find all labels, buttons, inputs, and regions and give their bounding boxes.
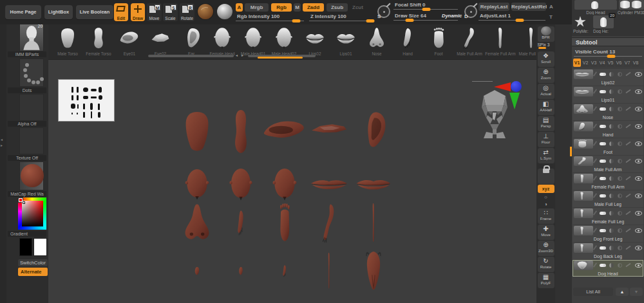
material-thumbnail[interactable] [19,161,44,190]
pair-visibility-icon[interactable] [600,229,606,232]
secondary-color-swatch[interactable] [33,238,47,256]
uv-icon[interactable] [618,107,622,111]
strip-item-male-torso[interactable]: Male Torso [52,24,83,59]
tab-v8[interactable]: V8 [632,59,639,67]
eye-icon[interactable] [635,211,642,216]
shelf-item-aahalf[interactable]: ◧AAHalf [538,100,554,115]
shelf-item-xyz[interactable]: xyz [538,185,554,193]
scale-button[interactable]: S Scale [163,3,178,21]
tab-v7[interactable]: V7 [623,59,631,67]
polypaint-icon[interactable] [609,246,614,250]
replay-last-button[interactable]: ReplayLast [478,3,509,11]
polypaint-icon[interactable] [609,176,614,181]
strip-item-female-torso[interactable]: Female Torso [83,24,114,59]
subtool-row-nose[interactable]: Nose [573,104,643,120]
polypaint-icon[interactable] [609,263,614,268]
subtool-row-female-full-arm[interactable]: Female Full Arm [573,173,643,190]
brush-mini-icon[interactable] [593,106,597,111]
uv-icon[interactable] [618,211,622,216]
brush-mini-icon[interactable] [593,89,597,94]
strip-scrollbar-thumb[interactable] [258,57,303,59]
canvas-part-female-torso[interactable] [227,108,254,154]
lightbox-button[interactable]: LightBox [44,5,73,19]
move-button[interactable]: M Move [147,3,162,21]
subtool-row-female-full-leg[interactable]: Female Full Leg [573,208,643,225]
switch-color-button[interactable]: SwitchColor [18,259,48,266]
strip-scroll-right-icon[interactable]: ▸ [242,53,243,57]
replay-last-rel-button[interactable]: ReplayLastRel [511,3,546,11]
canvas-part-lips02[interactable] [308,174,350,194]
eye-icon[interactable] [635,142,642,146]
pen-icon[interactable] [626,176,632,181]
tab-v3[interactable]: V3 [590,59,598,67]
brush-mini-icon[interactable] [593,158,597,163]
eye-icon[interactable] [635,228,642,233]
brush-mini-icon[interactable] [593,124,597,129]
pen-icon[interactable] [626,211,632,216]
document-canvas[interactable] [48,59,536,303]
shelf-item-spix-3[interactable]: SPix 3 [538,42,554,51]
visible-count-slider[interactable]: Visible Count 13 [574,49,642,57]
strip-item-female-full-arm[interactable]: Female Full Arm [485,24,516,59]
shelf-item-frame[interactable]: ∷Frame [538,208,554,224]
polypaint-icon[interactable] [609,107,614,111]
draw-size-handle[interactable] [406,19,414,22]
strip-item-lips01[interactable]: Lips01 [330,24,361,59]
canvas-part-ear[interactable] [359,110,388,150]
subtool-down-button[interactable]: ▼ [630,288,643,296]
rotate-button[interactable]: R Rotate [180,3,194,21]
uv-icon[interactable] [618,263,622,268]
canvas-part-female-head[interactable] [182,168,212,200]
uv-icon[interactable] [618,176,622,181]
polypaint-icon[interactable] [609,194,614,198]
strip-item-male-head02[interactable]: Male Head02 [269,24,299,59]
sv-marker[interactable] [23,201,25,204]
shelf-item-bpr[interactable]: BPR [538,26,554,42]
stroke-thumbnail[interactable] [19,59,44,87]
subtool-row-hand[interactable]: Hand [573,121,643,138]
polypaint-icon[interactable] [609,89,614,94]
shelf-item-actual[interactable]: ◎Actual [538,84,554,99]
subtool-header[interactable]: Subtool [572,37,644,46]
strip-scrollbar-track[interactable] [148,55,234,57]
polypaint-icon[interactable] [609,124,614,129]
shelf-item-mini[interactable]: ◑ [538,201,554,208]
subtool-row-foot[interactable]: Foot [573,138,643,155]
canvas-part-foot[interactable] [275,202,294,243]
uv-icon[interactable] [618,72,622,77]
subtool-row-lips01[interactable]: Lips01 [573,86,643,103]
focal-shift-handle[interactable] [422,8,431,11]
shelf-item-scroll[interactable]: ❖Scroll [538,51,554,67]
strip-item-lips02[interactable]: Lips02 [299,24,330,59]
canvas-part-dog-head-part[interactable] [362,250,385,291]
polymesh-star-icon[interactable] [574,16,586,28]
shelf-item-rotate[interactable]: ↻Rotate [538,257,554,272]
dog-head-tool-tile[interactable]: 20 [593,15,614,28]
axis-origin-ball-icon[interactable] [511,81,522,92]
tab-v4[interactable]: V4 [598,59,606,67]
current-brush-icon[interactable] [198,4,213,19]
strip-item-foot[interactable]: Foot [423,24,454,59]
subtool-row-dog-head[interactable]: Dog Head [573,260,643,277]
shelf-item-persp[interactable]: ▤Persp [538,116,554,131]
uv-icon[interactable] [618,246,622,250]
uv-icon[interactable] [618,124,622,129]
canvas-part-eye02[interactable] [308,118,350,140]
alternate-button[interactable]: Alternate [18,268,48,276]
uv-icon[interactable] [618,89,622,94]
current-brush-thumbnail[interactable]: 20 [19,23,44,51]
strip-item-eye02[interactable]: Eye02 [145,24,176,59]
strip-item-hand[interactable]: Hand [392,24,423,59]
eye-icon[interactable] [635,89,642,94]
main-color-swatch[interactable] [19,238,32,256]
shelf-item-polyf[interactable]: ▦PolyF [538,273,554,288]
edit-button[interactable]: Edit [114,3,128,21]
subtool-row-lips02[interactable]: Lips02 [573,69,643,86]
polypaint-icon[interactable] [609,142,614,146]
pair-visibility-icon[interactable] [600,246,606,250]
saturation-value-square[interactable] [22,201,43,226]
strip-item-eye01[interactable]: Eye01 [114,24,145,59]
live-boolean-button[interactable]: Live Boolean [76,5,113,19]
canvas-part-nose[interactable] [180,203,214,243]
pair-visibility-icon[interactable] [600,90,606,93]
